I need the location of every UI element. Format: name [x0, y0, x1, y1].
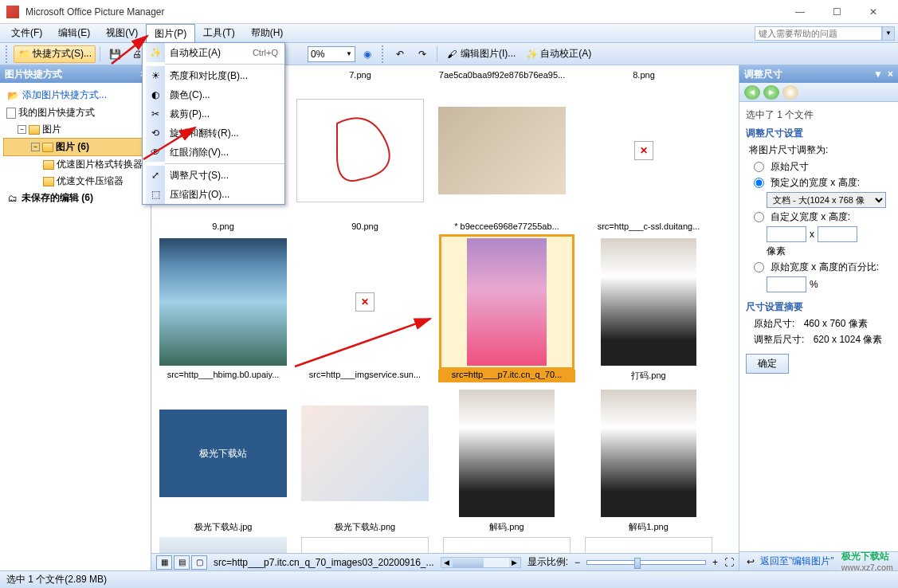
add-shortcut-link[interactable]: 📂添加图片快捷方式... — [3, 86, 147, 104]
ok-button[interactable]: 确定 — [746, 354, 789, 374]
view-thumbs-button[interactable]: ▦ — [156, 555, 172, 570]
thumbnail[interactable] — [581, 537, 716, 553]
collapse-icon[interactable]: − — [31, 143, 40, 151]
thumb-caption: * b9eccee6968e77255ab... — [438, 221, 575, 234]
menu-view[interactable]: 视图(V) — [98, 24, 146, 42]
menu-brightness[interactable]: ☀亮度和对比度(B)... — [143, 66, 284, 85]
auto-correct-label: 自动校正(A) — [540, 47, 591, 61]
zoom-fit-button[interactable]: ⛶ — [724, 557, 734, 568]
watermark: 极光下载站 www.xz7.com — [841, 548, 893, 572]
thumbnail[interactable] — [155, 234, 291, 370]
menu-crop-label: 裁剪(P)... — [170, 108, 278, 121]
menu-tools[interactable]: 工具(T) — [195, 24, 242, 42]
tree-unsaved[interactable]: 🗂未保存的编辑 (6) — [3, 190, 147, 206]
taskpane-header: 调整尺寸 ▼ × — [739, 65, 898, 83]
preset-size-select[interactable]: 文档 - 大(1024 x 768 像 — [767, 192, 886, 208]
scroll-left-button[interactable]: ◀ — [441, 558, 453, 567]
toolbar-grip[interactable] — [6, 45, 10, 63]
scroll-right-button[interactable]: ▶ — [509, 558, 520, 567]
zoom-slider-knob[interactable] — [634, 558, 641, 569]
taskpane-dropdown-button[interactable]: ▼ — [873, 69, 883, 80]
menu-auto-correct[interactable]: ✨自动校正(A)Ctrl+Q — [143, 43, 284, 62]
menu-crop[interactable]: ✂裁剪(P)... — [143, 104, 284, 123]
nav-back-button[interactable]: ◄ — [744, 85, 760, 100]
menu-redeye-label: 红眼消除(V)... — [170, 146, 278, 159]
horizontal-scrollbar[interactable]: ◀▶ — [441, 557, 521, 568]
taskpane-close-button[interactable]: × — [888, 69, 893, 80]
help-search-input[interactable] — [755, 26, 882, 41]
close-button[interactable]: ✕ — [855, 0, 892, 24]
back-to-edit-link[interactable]: 返回至"编辑图片" — [760, 555, 834, 568]
auto-correct-button[interactable]: ✨自动校正(A) — [521, 45, 595, 63]
radio-original-size[interactable] — [754, 162, 764, 172]
sidebar-title: 图片快捷方式 — [5, 68, 62, 81]
menu-resize[interactable]: ⤢调整尺寸(S)... — [143, 166, 284, 185]
thumbnail[interactable]: 极光下载站 — [155, 386, 291, 521]
thumbnail[interactable]: ✕ — [576, 83, 712, 218]
tree-pictures-6[interactable]: −图片 (6) — [3, 138, 147, 156]
collapse-icon[interactable]: − — [18, 125, 26, 134]
menu-auto-shortcut: Ctrl+Q — [253, 48, 278, 57]
thumbnail[interactable]: ✕ — [297, 234, 433, 370]
folder-add-icon: 📂 — [6, 89, 19, 102]
rotate-right-button[interactable]: ↷ — [412, 45, 433, 63]
thumb-caption: 极光下载站.jpg — [155, 521, 292, 534]
radio-custom-size[interactable] — [754, 212, 764, 222]
shortcut-button[interactable]: 📁快捷方式(S)... — [14, 45, 96, 63]
thumbnail[interactable] — [581, 234, 716, 370]
menu-file[interactable]: 文件(F) — [3, 24, 50, 42]
percent-input[interactable] — [767, 276, 806, 292]
thumbnail[interactable] — [292, 83, 428, 218]
tree-root[interactable]: 我的图片快捷方式 — [3, 104, 147, 121]
menu-help[interactable]: 帮助(H) — [243, 24, 292, 42]
edit-picture-button[interactable]: 🖌编辑图片(I)... — [441, 45, 520, 63]
tree-converter[interactable]: 优速图片格式转换器 — [3, 156, 147, 173]
zoom-in-button[interactable]: + — [712, 557, 718, 568]
radio-preset-size[interactable] — [754, 178, 764, 188]
zoom-slider[interactable] — [586, 560, 706, 565]
status-bar: 选中 1 个文件(2.89 MB) — [0, 570, 898, 588]
thumbnail[interactable] — [439, 537, 574, 553]
nav-forward-button[interactable]: ► — [763, 85, 779, 100]
help-dropdown-button[interactable]: ▼ — [882, 26, 895, 41]
radio-percent-label: 原始宽度 x 高度的百分比: — [771, 261, 879, 274]
tree-compressor[interactable]: 优速文件压缩器 — [3, 173, 147, 190]
maximize-button[interactable]: ☐ — [818, 0, 855, 24]
zoom-out-button[interactable]: − — [574, 557, 580, 568]
rotate-left-button[interactable]: ↶ — [390, 45, 410, 63]
thumbnail[interactable] — [434, 83, 570, 218]
tree-pictures[interactable]: −图片 — [3, 121, 147, 138]
menu-edit[interactable]: 编辑(E) — [50, 24, 98, 42]
menu-compress[interactable]: ⬚压缩图片(O)... — [143, 185, 284, 204]
scroll-thumb[interactable] — [453, 558, 484, 567]
broken-image-icon: ✕ — [634, 141, 653, 160]
taskpane-title: 调整尺寸 — [744, 68, 782, 81]
menu-redeye[interactable]: 👁红眼消除(V)... — [143, 143, 284, 162]
thumbnail[interactable] — [297, 537, 433, 553]
thumbnail[interactable] — [439, 386, 574, 521]
menu-rotate-label: 旋转和翻转(R)... — [170, 127, 278, 140]
thumbnail[interactable] — [581, 386, 716, 521]
nav-home-button[interactable]: ⌂ — [782, 85, 798, 100]
toolbar-grip-2[interactable] — [382, 45, 386, 63]
zoom-combo[interactable]: 0%▼ — [308, 46, 355, 62]
tree-pictures-6-label: 图片 (6) — [56, 140, 89, 154]
menu-picture[interactable]: 图片(P) — [146, 24, 195, 42]
thumb-caption: 8.png — [575, 70, 712, 83]
save-button[interactable]: 💾 — [104, 45, 125, 63]
menu-color[interactable]: ◐颜色(C)... — [143, 85, 284, 104]
view-filmstrip-button[interactable]: ▤ — [174, 555, 190, 570]
custom-height-input[interactable] — [818, 226, 857, 242]
thumbnail[interactable] — [297, 386, 433, 521]
resize-settings-header: 调整尺寸设置 — [746, 127, 892, 140]
thumbnail-selected[interactable] — [439, 234, 574, 370]
thumb-caption: src=http___imgservice.sun... — [296, 370, 433, 382]
radio-percent-size[interactable] — [754, 262, 764, 272]
view-single-button[interactable]: ▢ — [191, 555, 207, 570]
minimize-button[interactable]: — — [782, 0, 818, 24]
help-button[interactable]: ◉ — [357, 45, 378, 63]
watermark-url: www.xz7.com — [841, 563, 893, 572]
custom-width-input[interactable] — [767, 226, 806, 242]
menu-rotate[interactable]: ⟲旋转和翻转(R)... — [143, 123, 284, 143]
thumbnail[interactable] — [155, 537, 291, 553]
